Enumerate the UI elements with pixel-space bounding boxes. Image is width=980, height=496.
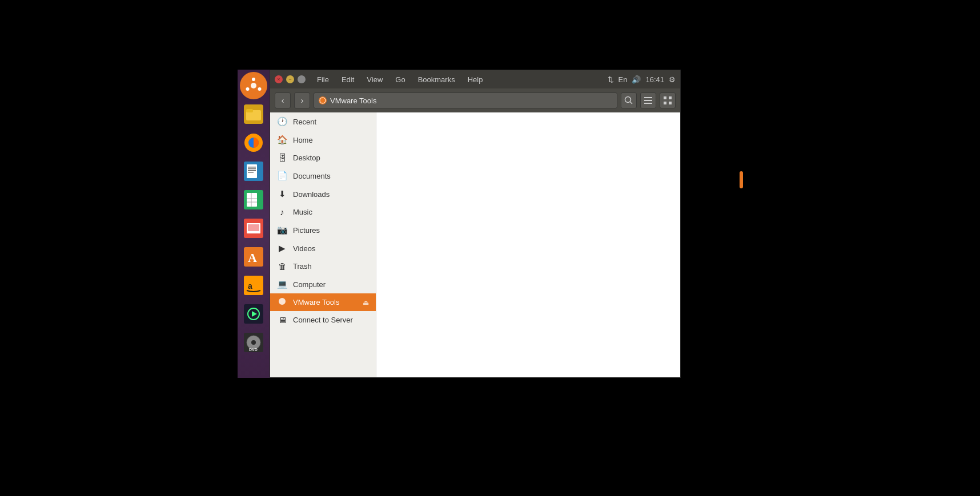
- network-icon: ⇅: [608, 75, 614, 84]
- downloads-icon: ⬇: [277, 189, 287, 199]
- sidebar-item-home[interactable]: 🏠 Home: [270, 131, 376, 149]
- svg-rect-14: [248, 170, 256, 171]
- launcher-ubuntu-button[interactable]: [240, 72, 267, 99]
- recent-icon: 🕐: [277, 116, 287, 127]
- sidebar-item-downloads[interactable]: ⬇ Downloads: [270, 185, 376, 203]
- svg-rect-7: [246, 109, 253, 112]
- menu-file[interactable]: File: [315, 74, 331, 85]
- desktop-icon: 🗄: [277, 153, 287, 163]
- svg-rect-23: [248, 224, 259, 231]
- sidebar-item-computer[interactable]: 💻 Computer: [270, 275, 376, 293]
- launcher-firefox-icon[interactable]: [240, 129, 267, 156]
- menu-help[interactable]: Help: [465, 74, 485, 85]
- launcher-calc-icon[interactable]: [240, 186, 267, 213]
- menu-view[interactable]: View: [364, 74, 385, 85]
- svg-point-33: [251, 340, 256, 345]
- maximize-button[interactable]: [298, 75, 306, 83]
- sidebar-item-videos[interactable]: ▶ Videos: [270, 239, 376, 257]
- menu-go[interactable]: Go: [393, 74, 407, 85]
- sidebar-item-connect-to-server[interactable]: 🖥 Connect to Server: [270, 311, 376, 329]
- svg-rect-42: [669, 96, 672, 99]
- window-body: 🕐 Recent 🏠 Home 🗄 Desktop 📄 Documents ⬇ …: [270, 112, 680, 377]
- svg-rect-13: [248, 168, 256, 170]
- svg-rect-39: [644, 100, 652, 101]
- titlebar: × − File Edit View Go Bookmarks Help ⇅ E…: [270, 70, 680, 88]
- sidebar: 🕐 Recent 🏠 Home 🗄 Desktop 📄 Documents ⬇ …: [270, 112, 376, 377]
- minimize-button[interactable]: −: [286, 75, 294, 83]
- home-icon: 🏠: [277, 135, 287, 145]
- trash-icon: 🗑: [277, 261, 287, 271]
- svg-rect-41: [664, 96, 666, 99]
- launcher-font-manager-icon[interactable]: A: [240, 243, 267, 271]
- svg-rect-38: [644, 97, 652, 98]
- breadcrumb-label: VMware Tools: [330, 96, 376, 105]
- music-icon: ♪: [277, 207, 287, 217]
- svg-rect-15: [248, 172, 254, 173]
- close-button[interactable]: ×: [275, 75, 283, 83]
- pictures-icon: 📷: [277, 225, 287, 235]
- sidebar-item-music[interactable]: ♪ Music: [270, 203, 376, 221]
- svg-point-1: [251, 83, 256, 88]
- svg-point-3: [258, 87, 262, 91]
- menu-bar: File Edit View Go Bookmarks Help: [315, 74, 485, 85]
- launcher-kdenlive-icon[interactable]: [240, 300, 267, 328]
- svg-text:A: A: [248, 251, 257, 265]
- toolbar: ‹ › VMware Tools: [270, 88, 680, 112]
- sidebar-item-desktop[interactable]: 🗄 Desktop: [270, 149, 376, 167]
- svg-text:DVD: DVD: [249, 348, 258, 352]
- volume-icon[interactable]: 🔊: [632, 75, 641, 84]
- svg-rect-11: [247, 164, 257, 178]
- svg-line-37: [630, 102, 633, 104]
- language-indicator[interactable]: En: [618, 75, 628, 84]
- launcher-writer-icon[interactable]: [240, 158, 267, 185]
- svg-point-2: [252, 78, 255, 81]
- svg-rect-12: [248, 167, 256, 168]
- list-view-button[interactable]: [640, 92, 656, 108]
- documents-icon: 📄: [277, 171, 287, 181]
- breadcrumb[interactable]: VMware Tools: [314, 92, 617, 108]
- svg-point-36: [625, 97, 631, 103]
- svg-point-4: [246, 87, 250, 91]
- system-tray: ⇅ En 🔊 16:41 ⚙: [608, 75, 676, 84]
- videos-icon: ▶: [277, 243, 287, 253]
- launcher-files-icon[interactable]: [240, 100, 267, 128]
- search-button[interactable]: [621, 92, 637, 108]
- application-launcher: A a DVD: [238, 70, 270, 378]
- launcher-amazon-icon[interactable]: a: [240, 272, 267, 299]
- svg-point-45: [279, 298, 286, 305]
- grid-view-button[interactable]: [660, 92, 676, 108]
- location-icon: [319, 96, 327, 104]
- scrollbar-indicator[interactable]: [740, 171, 743, 188]
- file-manager-window: × − File Edit View Go Bookmarks Help ⇅ E…: [270, 70, 681, 378]
- eject-icon[interactable]: ⏏: [363, 299, 369, 307]
- svg-rect-17: [247, 193, 257, 207]
- sidebar-item-pictures[interactable]: 📷 Pictures: [270, 221, 376, 239]
- vmware-tools-icon: [277, 297, 287, 307]
- sidebar-item-documents[interactable]: 📄 Documents: [270, 167, 376, 185]
- svg-rect-40: [644, 103, 652, 104]
- svg-rect-44: [669, 102, 672, 104]
- launcher-dvd-icon[interactable]: DVD: [240, 329, 267, 356]
- clock: 16:41: [645, 75, 664, 84]
- launcher-impress-icon[interactable]: [240, 215, 267, 242]
- menu-bookmarks[interactable]: Bookmarks: [416, 74, 457, 85]
- connect-server-icon: 🖥: [277, 315, 287, 325]
- sidebar-item-vmware-tools[interactable]: VMware Tools ⏏: [270, 293, 376, 311]
- sidebar-item-recent[interactable]: 🕐 Recent: [270, 112, 376, 131]
- computer-icon: 💻: [277, 279, 287, 289]
- file-content-area[interactable]: [376, 112, 680, 377]
- menu-edit[interactable]: Edit: [339, 74, 356, 85]
- back-button[interactable]: ‹: [275, 92, 291, 108]
- svg-text:a: a: [248, 281, 252, 291]
- svg-point-35: [320, 98, 326, 103]
- settings-icon[interactable]: ⚙: [669, 75, 676, 84]
- svg-rect-43: [664, 102, 666, 104]
- sidebar-item-trash[interactable]: 🗑 Trash: [270, 257, 376, 275]
- forward-button[interactable]: ›: [294, 92, 310, 108]
